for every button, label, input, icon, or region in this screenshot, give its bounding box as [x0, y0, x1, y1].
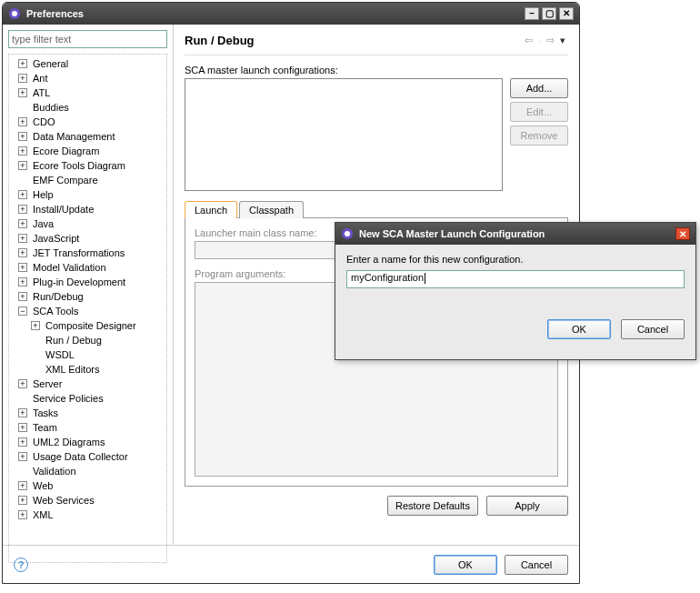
- expand-icon[interactable]: +: [18, 146, 27, 156]
- page-header: Run / Debug ⇦ · ⇨ ▾: [185, 34, 568, 55]
- dialog-ok-button[interactable]: OK: [547, 319, 611, 339]
- tree-item[interactable]: +JavaScript: [11, 231, 165, 246]
- expand-icon[interactable]: +: [18, 219, 27, 228]
- expand-icon[interactable]: +: [18, 59, 27, 68]
- expand-icon[interactable]: +: [18, 496, 27, 505]
- dialog-cancel-button[interactable]: Cancel: [621, 319, 685, 339]
- tab-launch[interactable]: Launch: [185, 201, 237, 218]
- collapse-icon[interactable]: −: [18, 307, 27, 316]
- tree-item[interactable]: +Team: [11, 420, 165, 435]
- expand-icon[interactable]: +: [31, 321, 40, 330]
- tree-item[interactable]: +Java: [11, 216, 165, 231]
- configs-list[interactable]: [185, 78, 503, 191]
- minimize-button[interactable]: –: [525, 7, 539, 20]
- maximize-button[interactable]: ▢: [542, 7, 556, 20]
- tree-item[interactable]: +XML: [11, 508, 165, 522]
- preferences-tree[interactable]: +General+Ant+ATLBuddies+CDO+Data Managem…: [8, 54, 167, 563]
- tree-item[interactable]: +Run/Debug: [11, 289, 165, 304]
- tree-item[interactable]: +Plug-in Development: [11, 275, 165, 289]
- tree-item[interactable]: EMF Compare: [11, 173, 165, 187]
- tree-item[interactable]: Buddies: [11, 100, 165, 115]
- tree-item-label: Model Validation: [33, 262, 106, 273]
- expand-icon[interactable]: +: [18, 423, 27, 432]
- tree-item-label: General: [33, 58, 68, 69]
- window-titlebar: Preferences – ▢ ✕: [3, 3, 579, 25]
- tree-item-label: XML Editors: [45, 364, 100, 375]
- apply-button[interactable]: Apply: [486, 496, 568, 516]
- expand-icon[interactable]: +: [18, 408, 27, 417]
- ok-button[interactable]: OK: [434, 555, 497, 575]
- expand-icon[interactable]: +: [18, 88, 27, 97]
- dialog-title: New SCA Master Launch Configuration: [359, 228, 545, 239]
- tree-item[interactable]: +CDO: [11, 115, 165, 129]
- tree-item[interactable]: +Model Validation: [11, 260, 165, 275]
- tree-item[interactable]: +Composite Designer: [24, 318, 165, 333]
- tree-item[interactable]: +Ant: [11, 71, 165, 85]
- forward-icon[interactable]: ⇨: [546, 35, 555, 46]
- separator-dot: ·: [538, 35, 541, 46]
- tree-item[interactable]: +Tasks: [11, 406, 165, 420]
- tree-item[interactable]: Validation: [11, 464, 165, 478]
- tree-item[interactable]: XML Editors: [24, 362, 165, 377]
- expand-icon[interactable]: +: [18, 234, 27, 243]
- expand-icon[interactable]: +: [18, 132, 27, 141]
- back-icon[interactable]: ⇦: [525, 35, 533, 46]
- tree-item[interactable]: +Data Management: [11, 129, 165, 144]
- expand-icon[interactable]: +: [18, 481, 27, 490]
- filter-input[interactable]: [8, 30, 167, 48]
- page-title: Run / Debug: [185, 34, 522, 47]
- close-button[interactable]: ✕: [559, 7, 574, 20]
- tree-item[interactable]: +Help: [11, 187, 165, 202]
- tree-item[interactable]: +Web: [11, 478, 165, 493]
- cancel-button[interactable]: Cancel: [505, 555, 568, 575]
- expand-icon[interactable]: +: [18, 379, 27, 388]
- tree-item[interactable]: +Install/Update: [11, 202, 165, 216]
- expand-icon[interactable]: +: [18, 190, 27, 199]
- expand-icon[interactable]: +: [18, 205, 27, 214]
- expand-icon[interactable]: +: [18, 248, 27, 257]
- menu-dropdown-icon[interactable]: ▾: [560, 35, 565, 46]
- tree-item-label: SCA Tools: [33, 306, 79, 317]
- expand-icon[interactable]: +: [18, 510, 27, 519]
- tree-item[interactable]: +Server: [11, 377, 165, 391]
- expand-icon[interactable]: +: [18, 74, 27, 83]
- tree-item-label: Run/Debug: [33, 291, 84, 302]
- tree-item[interactable]: Service Policies: [11, 391, 165, 406]
- tree-pane: +General+Ant+ATLBuddies+CDO+Data Managem…: [3, 25, 174, 545]
- expand-icon[interactable]: +: [18, 277, 27, 286]
- config-name-input[interactable]: myConfiguration: [346, 270, 685, 288]
- tree-item[interactable]: +ATL: [11, 85, 165, 100]
- expand-icon[interactable]: +: [18, 292, 27, 301]
- expand-icon[interactable]: +: [18, 452, 27, 461]
- expand-icon[interactable]: +: [18, 117, 27, 126]
- tree-item-label: WSDL: [45, 349, 75, 360]
- dialog-close-button[interactable]: ✕: [675, 227, 690, 240]
- new-config-dialog: New SCA Master Launch Configuration ✕ En…: [335, 222, 696, 360]
- expand-icon[interactable]: +: [18, 437, 27, 447]
- tree-item-label: XML: [33, 509, 54, 520]
- tree-item-label: Web: [33, 480, 53, 491]
- tree-item[interactable]: +Ecore Tools Diagram: [11, 158, 165, 173]
- tree-item-label: Data Management: [33, 131, 115, 142]
- help-icon[interactable]: ?: [14, 558, 28, 572]
- tree-item-label: Ecore Tools Diagram: [33, 160, 125, 171]
- tree-item[interactable]: +General: [11, 56, 165, 71]
- tree-item[interactable]: +Usage Data Collector: [11, 449, 165, 464]
- tree-item-label: Usage Data Collector: [33, 451, 128, 462]
- expand-icon[interactable]: +: [18, 263, 27, 272]
- tree-item[interactable]: +Web Services: [11, 493, 165, 508]
- svg-point-3: [345, 231, 350, 236]
- tree-item-label: Server: [33, 378, 62, 389]
- tree-item[interactable]: +UML2 Diagrams: [11, 435, 165, 449]
- add-button[interactable]: Add...: [510, 78, 568, 98]
- tree-item-label: Plug-in Development: [33, 276, 125, 287]
- tree-item[interactable]: +Ecore Diagram: [11, 144, 165, 158]
- tree-item-label: JavaScript: [33, 233, 79, 244]
- tree-item[interactable]: +JET Transformations: [11, 246, 165, 260]
- tree-item[interactable]: Run / Debug: [24, 333, 165, 347]
- tree-item[interactable]: −SCA Tools: [11, 304, 165, 318]
- tree-item[interactable]: WSDL: [24, 347, 165, 362]
- expand-icon[interactable]: +: [18, 161, 27, 170]
- restore-defaults-button[interactable]: Restore Defaults: [387, 496, 478, 516]
- tab-classpath[interactable]: Classpath: [239, 201, 304, 218]
